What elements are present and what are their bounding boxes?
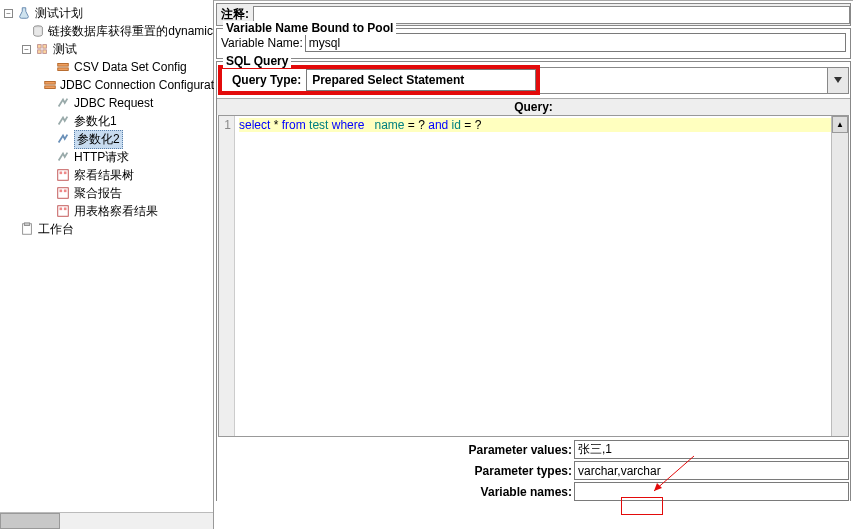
sql-editor[interactable]: 1 select * from test where name = ? and …: [218, 115, 849, 437]
variable-name-label: Variable Name:: [221, 36, 305, 50]
pool-legend: Variable Name Bound to Pool: [223, 21, 396, 35]
sampler-icon: [55, 95, 71, 111]
tree-label: 工作台: [38, 221, 74, 238]
tree-node-jdbc-request[interactable]: JDBC Request: [4, 94, 213, 112]
svg-rect-10: [60, 172, 63, 175]
listener-icon: [55, 185, 71, 201]
collapse-icon[interactable]: −: [22, 45, 31, 54]
scrollbar-thumb[interactable]: [0, 513, 60, 529]
editor-gutter: 1: [219, 116, 235, 436]
listener-icon: [55, 203, 71, 219]
collapse-icon[interactable]: −: [4, 9, 13, 18]
pool-fieldset: Variable Name Bound to Pool Variable Nam…: [216, 28, 851, 59]
editor-code[interactable]: select * from test where name = ? and id…: [235, 116, 848, 436]
tree-label: 测试计划: [35, 5, 83, 22]
tree-node-jdbc-config[interactable]: JDBC Connection Configurat: [4, 76, 213, 94]
tree-node-resulttree[interactable]: 察看结果树: [4, 166, 213, 184]
tree-label: 链接数据库获得重置的dynamic: [48, 23, 213, 40]
query-type-label: Query Type:: [222, 70, 306, 90]
tree-label: 聚合报告: [74, 185, 122, 202]
query-type-highlight: Query Type: Prepared Select Statement: [218, 65, 540, 95]
parameters-section: Parameter values: Parameter types: Varia…: [218, 440, 849, 501]
tree-horizontal-scrollbar[interactable]: [0, 512, 213, 529]
query-type-dropdown-button[interactable]: [827, 67, 849, 94]
svg-rect-15: [58, 206, 69, 217]
param-values-label: Parameter values:: [218, 443, 574, 457]
svg-rect-7: [45, 82, 56, 85]
chevron-down-icon: [834, 77, 842, 83]
listener-icon: [55, 167, 71, 183]
tree-label: JDBC Request: [74, 96, 153, 110]
query-type-value[interactable]: Prepared Select Statement: [306, 69, 536, 91]
param-types-label: Parameter types:: [218, 464, 574, 478]
tree-label: 参数化1: [74, 113, 117, 130]
svg-rect-13: [60, 190, 63, 193]
svg-rect-5: [58, 64, 69, 67]
svg-rect-19: [24, 223, 29, 226]
editor-vertical-scrollbar[interactable]: ▲: [831, 116, 848, 436]
threadgroup-icon: [34, 41, 50, 57]
query-type-row: Query Type: Prepared Select Statement: [218, 65, 849, 95]
sql-fieldset: SQL Query Query Type: Prepared Select St…: [216, 61, 851, 501]
config-icon: [55, 59, 71, 75]
svg-rect-16: [60, 208, 63, 211]
tree-label: 测试: [53, 41, 77, 58]
tree-node-tableresults[interactable]: 用表格察看结果: [4, 202, 213, 220]
svg-rect-1: [38, 45, 42, 49]
variable-names-input[interactable]: [574, 482, 849, 501]
query-header: Query:: [217, 98, 850, 115]
flask-icon: [16, 5, 32, 21]
svg-rect-6: [58, 68, 69, 71]
sql-legend: SQL Query: [223, 54, 291, 68]
tree-panel: − 测试计划 链接数据库获得重置的dynamic − 测试 CSV Data S…: [0, 0, 214, 529]
clipboard-icon: [19, 221, 35, 237]
tree-label: JDBC Connection Configurat: [60, 78, 214, 92]
param-values-input[interactable]: [574, 440, 849, 459]
svg-rect-2: [43, 45, 47, 49]
tree-label: HTTP请求: [74, 149, 129, 166]
variable-names-label: Variable names:: [218, 485, 574, 499]
svg-rect-17: [64, 208, 67, 211]
variable-name-input[interactable]: [305, 33, 846, 52]
sampler-icon: [55, 149, 71, 165]
svg-rect-8: [45, 86, 56, 89]
tree-node-testplan[interactable]: − 测试计划: [4, 4, 213, 22]
main-panel: 注释: Variable Name Bound to Pool Variable…: [214, 0, 853, 529]
tree-node-aggregate[interactable]: 聚合报告: [4, 184, 213, 202]
svg-rect-11: [64, 172, 67, 175]
tree-node-param2[interactable]: 参数化2: [4, 130, 213, 148]
svg-rect-9: [58, 170, 69, 181]
svg-rect-4: [43, 50, 47, 54]
tree-node-csv[interactable]: CSV Data Set Config: [4, 58, 213, 76]
test-plan-tree[interactable]: − 测试计划 链接数据库获得重置的dynamic − 测试 CSV Data S…: [0, 0, 213, 238]
sampler-icon: [55, 113, 71, 129]
sampler-icon: [55, 131, 71, 147]
config-icon: [43, 77, 57, 93]
tree-node-db[interactable]: 链接数据库获得重置的dynamic: [4, 22, 213, 40]
scroll-up-button[interactable]: ▲: [832, 116, 848, 133]
svg-rect-14: [64, 190, 67, 193]
tree-node-test[interactable]: − 测试: [4, 40, 213, 58]
tree-label: 参数化2: [74, 130, 123, 149]
tree-label: 察看结果树: [74, 167, 134, 184]
tree-node-param1[interactable]: 参数化1: [4, 112, 213, 130]
tree-label: CSV Data Set Config: [74, 60, 187, 74]
tree-label: 用表格察看结果: [74, 203, 158, 220]
svg-rect-3: [38, 50, 42, 54]
svg-rect-12: [58, 188, 69, 199]
db-icon: [31, 23, 45, 39]
tree-node-http[interactable]: HTTP请求: [4, 148, 213, 166]
tree-node-workbench[interactable]: 工作台: [4, 220, 213, 238]
param-types-input[interactable]: [574, 461, 849, 480]
